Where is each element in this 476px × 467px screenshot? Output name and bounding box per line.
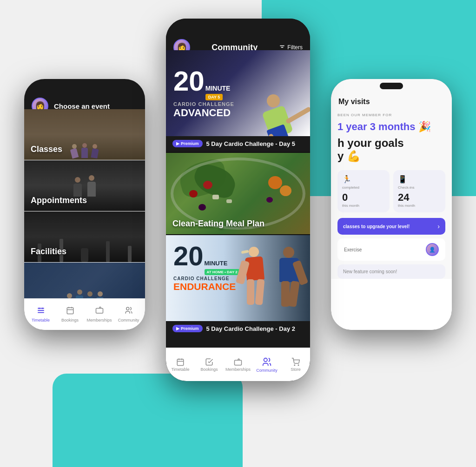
checkins-sub: this month [398, 204, 441, 208]
courses-overlay [24, 263, 145, 298]
memberships-label-left: Memberships [86, 318, 112, 322]
center-nav-community[interactable]: Community [252, 357, 281, 373]
premium-label-1: Premium [181, 141, 199, 146]
goals-text: h your goals y 💪 [331, 137, 452, 164]
nav-community-left[interactable]: Community [114, 306, 143, 322]
center-community-icon [262, 357, 272, 367]
card-footer-1: ▶ Premium 5 Day Cardio Challenge - Day 5 [166, 136, 310, 152]
menu-item-classes[interactable]: Classes [24, 109, 145, 160]
checkins-icon: 📱 [398, 175, 441, 184]
svg-point-14 [294, 365, 295, 366]
left-header-title: Choose an event [54, 102, 110, 110]
menu-item-courses[interactable]: Courses [24, 263, 145, 298]
checkins-value: 24 [398, 191, 441, 204]
completed-icon: 🏃 [342, 175, 385, 184]
main-scene: 👩 Choose an event [0, 0, 476, 467]
center-scroll-area: 20 MINUTE DAY 5 CARDIO CHALLENGE ADVANCE… [166, 50, 310, 348]
center-nav-timetable[interactable]: Timetable [166, 358, 195, 372]
cardio-bg-1: 20 MINUTE DAY 5 CARDIO CHALLENGE ADVANCE… [166, 50, 310, 136]
upgrade-arrow: › [437, 223, 440, 230]
card-cardio-day2-image: 20 MINUTE AT HOME • DAY 2 CARDIO CHALLEN… [166, 235, 310, 321]
member-since-label: BEEN OUR MEMBER FOR [331, 109, 452, 121]
cardio-people-2 [231, 240, 305, 321]
stat-completed: 🏃 completed 0 this month [337, 170, 390, 212]
center-timetable-label: Timetable [171, 367, 189, 372]
card-title-1: 5 Day Cardio Challenge - Day 5 [206, 140, 295, 147]
exercise-row: Exercise 👤 [337, 238, 445, 261]
upgrade-banner[interactable]: classes to upgrade your level! › [337, 218, 445, 235]
right-phone-screen: My visits BEEN OUR MEMBER FOR 1 year 3 m… [331, 79, 452, 330]
day-badge-1: DAY 5 [205, 94, 223, 100]
card-title-2: 5 Day Cardio Challenge - Day 2 [206, 325, 295, 332]
menu-item-facilities[interactable]: Facilities [24, 211, 145, 263]
menu-item-appointments[interactable]: Appointments [24, 160, 145, 211]
center-bookings-icon [205, 358, 213, 366]
community-icon-left [125, 306, 133, 317]
stat-checkins: 📱 Check-ins 24 this month [393, 170, 445, 212]
goals-line1: h your goals [337, 137, 404, 149]
home-indicator [215, 376, 261, 378]
memberships-icon-left [95, 306, 104, 317]
feature-text: New feature coming soon! [343, 269, 440, 274]
svg-rect-11 [177, 359, 184, 366]
right-scroll: BEEN OUR MEMBER FOR 1 year 3 months 🎉 h … [331, 109, 452, 330]
center-nav-bookings[interactable]: Bookings [195, 358, 224, 372]
center-memberships-icon [234, 358, 242, 366]
appointments-label: Appointments [31, 196, 87, 205]
card-meal-image: Clean-Eating Meal Plan [166, 153, 310, 234]
nav-bookings[interactable]: Bookings [55, 306, 85, 322]
center-timetable-icon [176, 358, 185, 366]
premium-label-2: Premium [181, 326, 199, 331]
right-content: BEEN OUR MEMBER FOR 1 year 3 months 🎉 h … [331, 109, 452, 279]
nav-memberships-left[interactable]: Memberships [85, 306, 114, 322]
facilities-label: Facilities [31, 247, 66, 257]
goals-line2: y 💪 [337, 150, 361, 162]
feature-banner: New feature coming soon! [337, 264, 445, 279]
minute-label-1: MINUTE [205, 85, 231, 92]
cardio-bg-2: 20 MINUTE AT HOME • DAY 2 CARDIO CHALLEN… [166, 235, 310, 321]
svg-point-13 [264, 358, 267, 361]
center-bookings-label: Bookings [200, 367, 218, 372]
card-cardio-day2[interactable]: 20 MINUTE AT HOME • DAY 2 CARDIO CHALLEN… [166, 235, 310, 337]
completed-label: completed [342, 185, 385, 190]
level-label-1: ADVANCED [173, 107, 238, 119]
member-duration: 1 year 3 months 🎉 [331, 121, 452, 137]
center-nav-store[interactable]: Store [281, 358, 310, 372]
cardio-number-1: 20 [173, 67, 205, 95]
card-footer-2: ▶ Premium 5 Day Cardio Challenge - Day 2 [166, 321, 310, 337]
left-menu-scroll: Classes [24, 109, 145, 298]
center-nav-memberships[interactable]: Memberships [224, 358, 252, 372]
svg-point-7 [126, 307, 129, 310]
card-cardio-day5[interactable]: 20 MINUTE DAY 5 CARDIO CHALLENGE ADVANCE… [166, 50, 310, 152]
card-meal-plan[interactable]: Clean-Eating Meal Plan [166, 153, 310, 234]
right-phone-notch [380, 83, 403, 89]
svg-rect-6 [96, 309, 103, 314]
timetable-icon [37, 306, 45, 317]
timetable-label: Timetable [32, 318, 50, 322]
completed-value: 0 [342, 191, 385, 204]
cardio-number-2: 20 [173, 243, 204, 270]
upgrade-text: classes to upgrade your level! [343, 224, 410, 229]
center-phone-screen: 👩 Community Filters [166, 19, 310, 381]
left-phone-notch [73, 83, 96, 89]
bookings-label: Bookings [61, 318, 79, 322]
nav-timetable[interactable]: Timetable [26, 306, 55, 322]
classes-label: Classes [31, 145, 62, 154]
svg-point-15 [298, 365, 299, 366]
exercise-label: Exercise [344, 247, 362, 252]
svg-rect-12 [235, 360, 242, 365]
right-phone: My visits BEEN OUR MEMBER FOR 1 year 3 m… [331, 79, 452, 330]
meal-title: Clean-Eating Meal Plan [172, 219, 264, 229]
center-store-icon [291, 358, 300, 366]
left-phone-screen: 👩 Choose an event [24, 79, 145, 330]
center-community-label: Community [256, 368, 278, 373]
bookings-icon [66, 306, 74, 317]
exercise-avatar: 👤 [426, 243, 439, 256]
community-label-left: Community [118, 318, 139, 322]
left-phone: 👩 Choose an event [24, 79, 145, 330]
cardio-text-left-1: 20 MINUTE DAY 5 CARDIO CHALLENGE ADVANCE… [166, 60, 245, 126]
left-bottom-nav: Timetable Bookings [24, 298, 145, 330]
filters-button[interactable]: Filters [279, 44, 303, 51]
center-phone: 👩 Community Filters [166, 19, 310, 381]
premium-badge-1: ▶ Premium [172, 140, 203, 147]
